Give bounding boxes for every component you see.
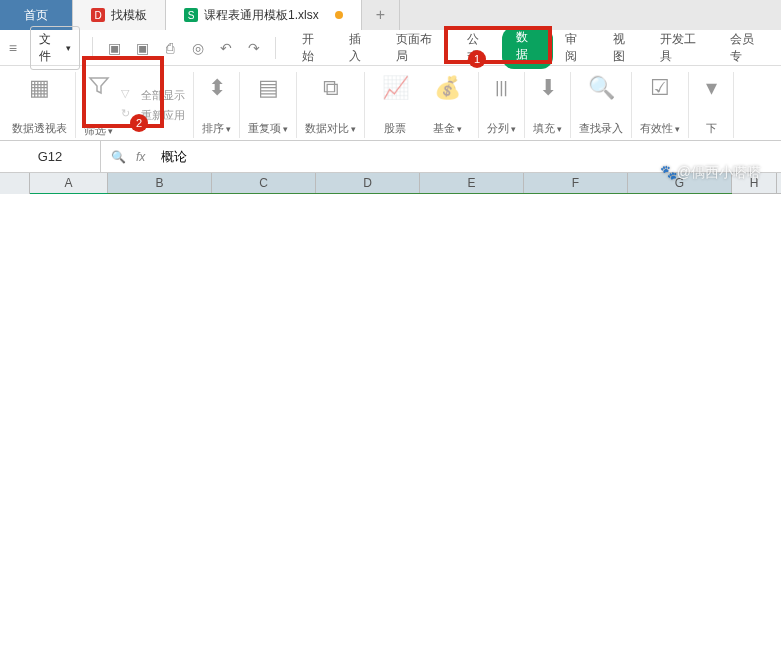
ribbon-fund-label: 基金 ▾ (433, 121, 462, 136)
col-header-d[interactable]: D (316, 173, 420, 193)
menu-hamburger-icon[interactable]: ≡ (4, 39, 22, 57)
split-icon: ⫼ (488, 74, 516, 102)
ribbon-filter-button[interactable]: 筛选 ▾ (84, 72, 113, 138)
menu-tab-data[interactable]: 数据 (502, 27, 553, 69)
ribbon-tabs: 开始 插入 页面布局 公式 数据 审阅 视图 开发工具 会员专 (290, 27, 777, 69)
ribbon-fund-button[interactable]: 💰 基金 ▾ (425, 72, 470, 138)
ribbon-dedup-label: 重复项 ▾ (248, 121, 288, 136)
menu-tab-start[interactable]: 开始 (290, 27, 337, 69)
unsaved-dot-icon (335, 11, 343, 19)
ribbon-fill-label: 填充 ▾ (533, 121, 562, 136)
zoom-icon[interactable]: 🔍 (111, 150, 126, 164)
ribbon-find-entry-button[interactable]: 🔍 查找录入 (571, 72, 632, 138)
menu-tab-devtools[interactable]: 开发工具 (648, 27, 718, 69)
ribbon-validate-label: 有效性 ▾ (640, 121, 680, 136)
col-header-c[interactable]: C (212, 173, 316, 193)
name-box[interactable]: G12 (0, 145, 100, 168)
col-header-f[interactable]: F (524, 173, 628, 193)
redo-icon[interactable]: ↷ (245, 39, 263, 57)
ribbon-validate-button[interactable]: ☑ 有效性 ▾ (632, 72, 689, 138)
caret-down-icon: ▾ (66, 43, 71, 53)
ribbon-split-button[interactable]: ⫼ 分列 ▾ (479, 72, 525, 138)
file-menu-button[interactable]: 文件 ▾ (30, 26, 80, 70)
search-entry-icon: 🔍 (587, 74, 615, 102)
watermark: 🐾@偶西小嗒嗒 (660, 164, 761, 182)
filter-icon (85, 72, 113, 100)
col-header-e[interactable]: E (420, 173, 524, 193)
save-as-icon[interactable]: ▣ (133, 39, 151, 57)
ribbon-stock-group: 📈 股票 💰 基金 ▾ (365, 72, 479, 138)
pivot-icon: ▦ (26, 74, 54, 102)
ribbon-dropdown-button[interactable]: ▾ 下 (689, 72, 734, 138)
ribbon-fill-button[interactable]: ⬇ 填充 ▾ (525, 72, 571, 138)
spreadsheet-grid: A B C D E F G H 123456789101112 课 程 表 点完… (0, 173, 781, 194)
paw-icon: 🐾 (660, 164, 677, 180)
menu-tab-view[interactable]: 视图 (601, 27, 648, 69)
ribbon-dedup-button[interactable]: ▤ 重复项 ▾ (240, 72, 297, 138)
ribbon-compare-label: 数据对比 ▾ (305, 121, 356, 136)
template-icon: D (91, 8, 105, 22)
fx-icon[interactable]: fx (136, 150, 153, 164)
separator (275, 37, 276, 59)
ribbon-filter-label: 筛选 ▾ (84, 123, 113, 138)
ribbon-pivot-label: 数据透视表 (12, 121, 67, 136)
stock-icon: 📈 (381, 74, 409, 102)
validate-icon: ☑ (646, 74, 674, 102)
dedup-icon: ▤ (254, 74, 282, 102)
spreadsheet-icon: S (184, 8, 198, 22)
menu-bar: ≡ 文件 ▾ ▣ ▣ ⎙ ◎ ↶ ↷ 开始 插入 页面布局 公式 数据 审阅 视… (0, 30, 781, 66)
menu-tab-member[interactable]: 会员专 (718, 27, 777, 69)
save-icon[interactable]: ▣ (105, 39, 123, 57)
menu-tab-layout[interactable]: 页面布局 (384, 27, 454, 69)
timetable-title: 课 程 表 (108, 193, 732, 194)
annotation-badge-1: 1 (468, 50, 486, 68)
row-header-1[interactable]: 1 (0, 193, 30, 194)
dropdown-icon: ▾ (697, 74, 725, 102)
ribbon-pivot[interactable]: ▦ 数据透视表 (4, 72, 76, 138)
row-headers: 123456789101112 (0, 193, 30, 194)
ribbon-compare-button[interactable]: ⧉ 数据对比 ▾ (297, 72, 365, 138)
compare-icon: ⧉ (317, 74, 345, 102)
col-header-b[interactable]: B (108, 173, 212, 193)
menu-tab-insert[interactable]: 插入 (337, 27, 384, 69)
tab-template-label: 找模板 (111, 7, 147, 24)
ribbon-sort-button[interactable]: ⬍ 排序 ▾ (194, 72, 240, 138)
fill-icon: ⬇ (534, 74, 562, 102)
file-menu-label: 文件 (39, 31, 62, 65)
timetable: 课 程 表 点完数据这里就会出现 ▾星期▾星期一▾星期二▾星期三▾星期四▾星期五… (108, 193, 732, 194)
show-all-button[interactable]: ▽全部显示 (121, 87, 185, 103)
col-header-a[interactable]: A (30, 173, 108, 193)
tab-add-button[interactable]: + (362, 0, 400, 30)
print-icon[interactable]: ⎙ (161, 39, 179, 57)
ribbon-stock-button[interactable]: 📈 股票 (373, 72, 417, 138)
sort-icon: ⬍ (203, 74, 231, 102)
ribbon-find-entry-label: 查找录入 (579, 121, 623, 136)
ribbon-stock-label: 股票 (384, 121, 406, 136)
tabs-bar: 首页 D 找模板 S 课程表通用模板1.xlsx + (0, 0, 781, 30)
select-all-corner[interactable] (0, 173, 30, 193)
ribbon-sort-label: 排序 ▾ (202, 121, 231, 136)
quick-access-toolbar: ▣ ▣ ⎙ ◎ ↶ ↷ (99, 39, 269, 57)
separator (92, 37, 93, 59)
ribbon-dropdown-label: 下 (706, 121, 717, 136)
tab-template[interactable]: D 找模板 (73, 0, 166, 30)
undo-icon[interactable]: ↶ (217, 39, 235, 57)
tab-file-label: 课程表通用模板1.xlsx (204, 7, 319, 24)
preview-icon[interactable]: ◎ (189, 39, 207, 57)
formula-bar-icons: 🔍 (101, 150, 136, 164)
annotation-badge-2: 2 (130, 114, 148, 132)
show-all-icon: ▽ (121, 87, 137, 103)
menu-tab-review[interactable]: 审阅 (553, 27, 600, 69)
ribbon: ▦ 数据透视表 筛选 ▾ ▽全部显示 ↻重新应用 ⬍ 排序 ▾ ▤ 重复项 ▾ … (0, 66, 781, 141)
ribbon-split-label: 分列 ▾ (487, 121, 516, 136)
tab-file[interactable]: S 课程表通用模板1.xlsx (166, 0, 362, 30)
fund-icon: 💰 (434, 74, 462, 102)
